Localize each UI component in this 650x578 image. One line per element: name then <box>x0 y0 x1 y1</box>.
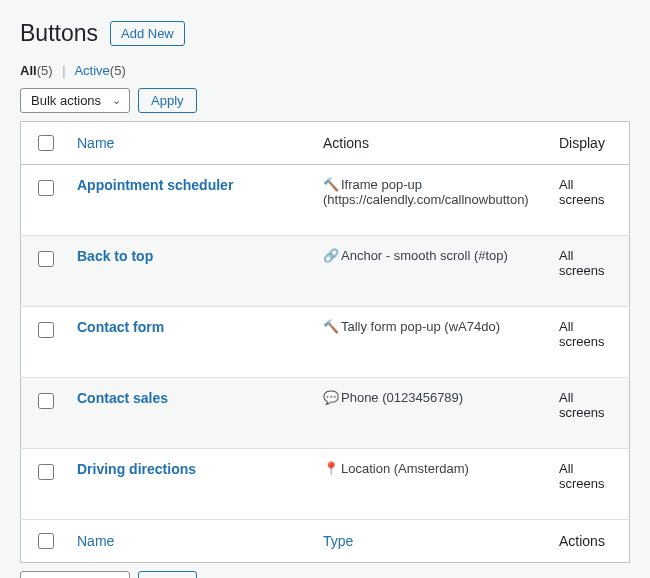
select-all-bottom[interactable] <box>38 533 54 549</box>
apply-button-bottom[interactable]: Apply <box>138 571 197 578</box>
col-name-sort-bottom[interactable]: Name <box>77 533 114 549</box>
col-display: Display <box>551 122 630 165</box>
filter-active-link[interactable]: Active <box>74 63 109 78</box>
action-type-icon: 🔨 <box>323 319 339 334</box>
col-actions: Actions <box>315 122 551 165</box>
bulk-actions-select[interactable]: Bulk actions ⌄ <box>20 88 130 113</box>
row-display: All screens <box>551 449 630 520</box>
table-row: Appointment scheduler🔨Iframe pop-up (htt… <box>21 165 630 236</box>
row-action-text: Phone (0123456789) <box>341 390 463 405</box>
action-type-icon: 🔗 <box>323 248 339 263</box>
table-row: Contact form🔨Tally form pop-up (wA74do)A… <box>21 307 630 378</box>
action-type-icon: 🔨 <box>323 177 339 192</box>
row-display: All screens <box>551 378 630 449</box>
action-type-icon: 💬 <box>323 390 339 405</box>
status-filters: All(5) | Active(5) <box>20 63 630 78</box>
row-name-link[interactable]: Contact sales <box>77 390 168 406</box>
row-action-text: Location (Amsterdam) <box>341 461 469 476</box>
row-display: All screens <box>551 307 630 378</box>
row-checkbox[interactable] <box>38 322 54 338</box>
row-checkbox[interactable] <box>38 251 54 267</box>
apply-button-top[interactable]: Apply <box>138 88 197 113</box>
action-type-icon: 📍 <box>323 461 339 476</box>
row-action-text: Iframe pop-up (https://calendly.com/call… <box>323 177 529 207</box>
add-new-button[interactable]: Add New <box>110 21 185 46</box>
select-all-top[interactable] <box>38 135 54 151</box>
row-name-link[interactable]: Back to top <box>77 248 153 264</box>
row-action-text: Tally form pop-up (wA74do) <box>341 319 500 334</box>
bulk-actions-select-bottom[interactable]: Bulk actions ⌄ <box>20 571 130 578</box>
row-checkbox[interactable] <box>38 393 54 409</box>
filter-all-count: (5) <box>37 63 53 78</box>
table-row: Contact sales💬Phone (0123456789)All scre… <box>21 378 630 449</box>
col-name-sort[interactable]: Name <box>77 135 114 151</box>
row-display: All screens <box>551 165 630 236</box>
filter-all-label[interactable]: All <box>20 63 37 78</box>
bulk-actions-label: Bulk actions <box>31 93 101 108</box>
table-row: Back to top🔗Anchor - smooth scroll (#top… <box>21 236 630 307</box>
row-display: All screens <box>551 236 630 307</box>
page-title: Buttons <box>20 20 98 47</box>
col-type-sort[interactable]: Type <box>323 533 353 549</box>
col-actions-footer: Actions <box>551 520 630 563</box>
chevron-down-icon: ⌄ <box>112 94 121 107</box>
table-row: Driving directions📍Location (Amsterdam)A… <box>21 449 630 520</box>
row-name-link[interactable]: Driving directions <box>77 461 196 477</box>
row-action-text: Anchor - smooth scroll (#top) <box>341 248 508 263</box>
row-checkbox[interactable] <box>38 180 54 196</box>
row-checkbox[interactable] <box>38 464 54 480</box>
buttons-table: Name Actions Display Appointment schedul… <box>20 121 630 563</box>
filter-separator: | <box>56 63 71 78</box>
filter-active-count: (5) <box>110 63 126 78</box>
row-name-link[interactable]: Appointment scheduler <box>77 177 233 193</box>
row-name-link[interactable]: Contact form <box>77 319 164 335</box>
